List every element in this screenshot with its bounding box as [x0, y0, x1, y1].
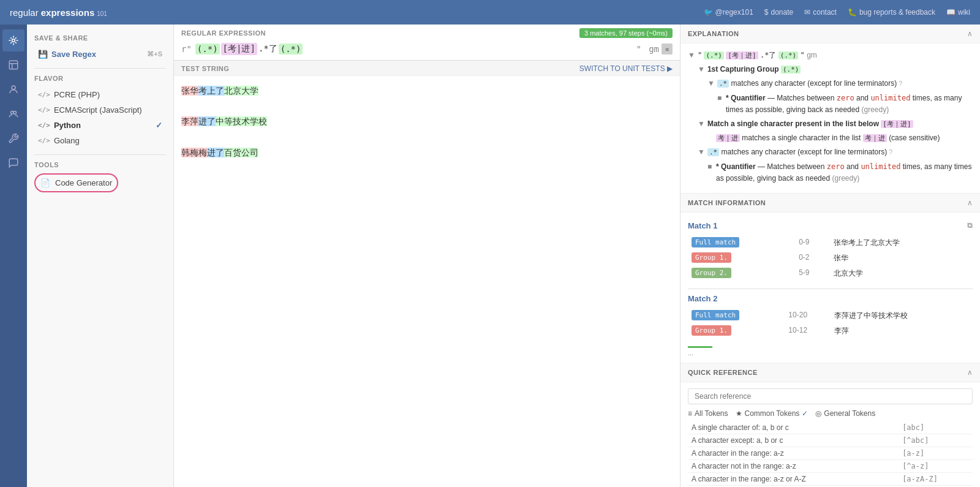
test-line-3: 韩梅梅进了百货公司: [181, 145, 673, 160]
quick-ref-toggle[interactable]: ∧: [967, 368, 973, 377]
exp-row-root: ▼ " (.*) [考｜进] .*了 (.*) " gm: [688, 50, 973, 61]
regex-flag-icon[interactable]: ≡: [662, 43, 673, 55]
nav-wiki[interactable]: 📖 wiki: [946, 8, 970, 17]
qr-row-3: A character in the range: a-z [a-z]: [688, 447, 973, 459]
regex-display[interactable]: (.*) [考|进] .*了 (.*): [194, 43, 634, 55]
test-header: TEST STRING SWITCH TO UNIT TESTS ▶: [174, 61, 680, 76]
match1-full: 张华考上了北京大学: [181, 86, 258, 96]
help-icon-2[interactable]: ?: [889, 149, 893, 156]
sidebar-chat-icon[interactable]: [2, 152, 24, 174]
flavor-pcre[interactable]: </> PCRE (PHP): [34, 87, 166, 102]
match-info-header[interactable]: MATCH INFORMATION ∧: [680, 194, 980, 213]
qr-filter-all[interactable]: ≡ All Tokens: [688, 409, 728, 418]
quick-ref-search[interactable]: [688, 388, 973, 404]
save-share-title: SAVE & SHARE: [34, 34, 166, 42]
flavor-golang-icon: </>: [38, 137, 50, 145]
match2-full: 李萍进了中等技术学校: [181, 116, 267, 126]
flavor-python[interactable]: </> Python ✓: [34, 118, 166, 133]
flavor-python-icon: </>: [38, 121, 50, 129]
match1-g1-val: 张华: [830, 251, 973, 266]
badge-full-match1: Full match: [692, 237, 739, 247]
logo-text-regular: regular: [10, 7, 39, 18]
nav-bugs[interactable]: 🐛 bug reports & feedback: [848, 8, 935, 17]
qr-row-1: A single character of: a, b or c [abc]: [688, 421, 973, 434]
code-generator-button[interactable]: 📄 Code Generator: [34, 173, 118, 192]
match1-g1: 张华: [181, 86, 198, 96]
test-content[interactable]: 张华考上了北京大学 李萍进了中等技术学校 韩梅梅进了百货公司: [174, 76, 680, 487]
explanation-header[interactable]: EXPLANATION ∧: [680, 25, 980, 43]
quick-ref-table: A single character of: a, b or c [abc] A…: [688, 421, 973, 486]
flavor-golang[interactable]: </> Golang: [34, 133, 166, 148]
center-panel: REGULAR EXPRESSION 3 matches, 97 steps (…: [174, 25, 680, 487]
match2-full-pos: 10-20: [785, 308, 831, 323]
exp-row-charclass-detail: 考｜进 matches a single character in the li…: [688, 132, 973, 144]
exp-row-dot-star2: ▼ .* matches any character (except for l…: [688, 146, 973, 158]
match2-g2: 中等技术学校: [216, 116, 267, 126]
save-regex-button[interactable]: 💾Save Regex ⌘+S: [34, 47, 166, 62]
regex-token-bracket: [考|进]: [221, 43, 257, 55]
flavor-title: FLAVOR: [34, 75, 166, 82]
sidebar-community-icon[interactable]: [2, 103, 24, 125]
match1-g2-pos: 5-9: [795, 266, 830, 281]
match2-g1-row: Group 1. 10-12 李萍: [688, 323, 973, 339]
match1-g2-val: 北京大学: [830, 266, 973, 281]
copy-match1-icon[interactable]: ⧉: [967, 221, 973, 230]
exp-row-charclass: ▼ Match a single character present in th…: [688, 118, 973, 130]
exp-row-quantifier2: ■ * Quantifier — Matches between zero an…: [688, 161, 973, 184]
match2-full-val: 李萍进了中等技术学校: [831, 308, 973, 323]
exp-row-quantifier1: ■ * Quantifier — Matches between zero an…: [688, 92, 973, 116]
nav-donate[interactable]: $ donate: [764, 8, 793, 17]
match-info-toggle[interactable]: ∧: [967, 198, 973, 207]
match3-full: 韩梅梅进了百货公司: [181, 148, 258, 157]
regex-token-group1: (.*): [195, 43, 220, 55]
nav-links: 🐦 @regex101 $ donate ✉ contact 🐛 bug rep…: [704, 8, 970, 17]
help-icon-1[interactable]: ?: [899, 80, 903, 87]
badge-g2-match1: Group 2.: [692, 268, 731, 278]
flavor-pcre-icon: </>: [38, 91, 50, 99]
svg-point-6: [13, 111, 17, 115]
divider-1: [34, 68, 166, 69]
flavor-ecma[interactable]: </> ECMAScript (JavaScript): [34, 102, 166, 118]
qr-filter-general[interactable]: ◎ General Tokens: [815, 409, 875, 418]
site-logo: regular expressions 101: [10, 7, 107, 18]
test-section: TEST STRING SWITCH TO UNIT TESTS ▶ 张华考上了…: [174, 61, 680, 487]
match-info-content: Match 1 ⧉ Full match 0-9 张华考上了北京大学 Group…: [680, 213, 980, 363]
match2-g1: 李萍: [181, 116, 198, 126]
match1-title: Match 1 ⧉: [688, 221, 973, 230]
sidebar-tools-icon[interactable]: [2, 127, 24, 149]
sidebar-regex-icon[interactable]: [2, 29, 24, 51]
badge-full-match2: Full match: [692, 310, 739, 320]
switch-to-unit-tests[interactable]: SWITCH TO UNIT TESTS ▶: [579, 64, 673, 73]
exp-row-group1: ▼ 1st Capturing Group (.*): [688, 64, 973, 75]
qr-row-5: A character in the range: a-z or A-Z [a-…: [688, 472, 973, 485]
regex-section: REGULAR EXPRESSION 3 matches, 97 steps (…: [174, 25, 680, 61]
regex-label: REGULAR EXPRESSION: [181, 29, 266, 37]
match1-full-pos: 0-9: [795, 235, 830, 251]
test-line-1: 张华考上了北京大学: [181, 83, 673, 99]
quick-ref-header[interactable]: QUICK REFERENCE ∧: [680, 363, 980, 382]
nav-twitter[interactable]: 🐦 @regex101: [704, 8, 753, 17]
sidebar-user-icon[interactable]: [2, 78, 24, 100]
nav-contact[interactable]: ✉ contact: [804, 8, 837, 17]
explanation-toggle[interactable]: ∧: [967, 29, 973, 38]
logo-text-101: 101: [97, 10, 107, 17]
match-badge: 3 matches, 97 steps (~0ms): [579, 28, 673, 38]
regex-header: REGULAR EXPRESSION 3 matches, 97 steps (…: [174, 25, 680, 40]
regex-prefix: r": [181, 44, 192, 54]
match-info-section: MATCH INFORMATION ∧ Match 1 ⧉ Full match…: [680, 194, 980, 363]
match-info-title: MATCH INFORMATION: [688, 199, 766, 206]
qr-filter-common[interactable]: ★ Common Tokens ✓: [736, 409, 809, 418]
flavor-ecma-icon: </>: [38, 106, 50, 114]
test-label: TEST STRING: [181, 65, 229, 72]
sidebar-history-icon[interactable]: [2, 54, 24, 76]
regex-token-group2: (.*): [279, 43, 303, 55]
quick-ref-content: ≡ All Tokens ★ Common Tokens ✓ ◎ General…: [680, 382, 980, 487]
match1-g1-row: Group 1. 0-2 张华: [688, 251, 973, 266]
match2-table: Full match 10-20 李萍进了中等技术学校 Group 1. 10-…: [688, 308, 973, 339]
match1-full-row: Full match 0-9 张华考上了北京大学: [688, 235, 973, 251]
regex-input-row[interactable]: r" (.*) [考|进] .*了 (.*) " gm ≡: [174, 40, 680, 60]
right-panel: EXPLANATION ∧ ▼ " (.*) [考｜进] .*了 (.*) " …: [680, 25, 980, 487]
badge-g1-match1: Group 1.: [692, 252, 731, 263]
svg-point-4: [12, 86, 15, 89]
svg-point-0: [12, 39, 15, 42]
